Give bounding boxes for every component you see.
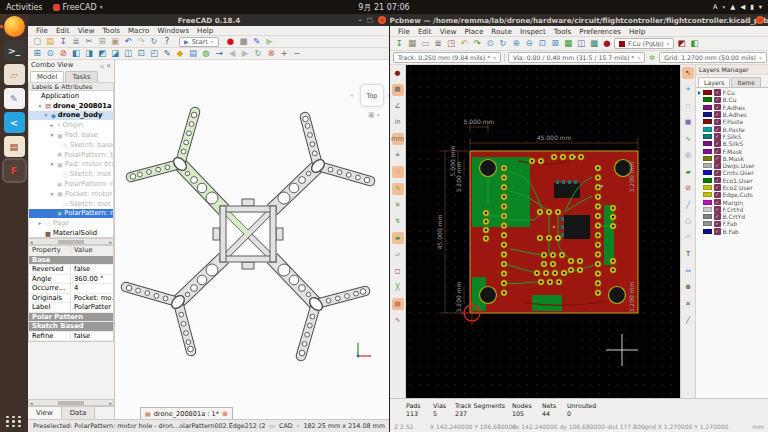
layer-color-swatch[interactable] — [703, 105, 712, 110]
macro-edit-icon[interactable]: ✎ — [251, 36, 263, 48]
layer-row[interactable]: ✓ Eco2.User — [696, 184, 768, 191]
print-icon[interactable]: ≣ — [70, 36, 82, 48]
property-value[interactable]: 4 — [71, 284, 113, 292]
drone-arm-sw[interactable] — [126, 258, 224, 352]
layer-color-swatch[interactable] — [703, 185, 712, 190]
close-panel-icon[interactable]: ✕ — [106, 62, 111, 69]
highlight-net-icon[interactable]: + — [682, 84, 694, 96]
layer-row[interactable]: ✓ B.Mask — [696, 155, 768, 162]
menu-item[interactable]: File — [32, 26, 52, 35]
nav-back-icon[interactable]: ◀ — [226, 48, 238, 60]
expander-icon[interactable]: ▾ — [49, 161, 55, 167]
add-line-icon[interactable]: ╱ — [682, 199, 694, 211]
drone-center-frame[interactable] — [213, 199, 283, 269]
float-panel-icon[interactable]: ▫ — [100, 62, 104, 69]
layer-visibility-checkbox[interactable]: ✓ — [714, 148, 721, 155]
tab-view[interactable]: View — [28, 407, 62, 419]
save-board-icon[interactable]: ↧ — [393, 38, 405, 50]
layer-visibility-checkbox[interactable]: ✓ — [714, 126, 721, 133]
drone-arm-ne[interactable] — [272, 116, 370, 210]
tree-item[interactable]: ▾ ◆ drone_body — [29, 111, 113, 121]
navcube-menu-icon[interactable]: ▣ — [368, 111, 375, 119]
zones-outline-icon[interactable]: ▱ — [392, 249, 404, 261]
expander-icon[interactable]: ▾ — [49, 132, 55, 138]
dock-files[interactable]: ▱ — [4, 64, 25, 85]
zoom-in-icon[interactable]: + — [278, 48, 290, 60]
layer-color-swatch[interactable] — [703, 141, 712, 146]
layer-visibility-checkbox[interactable]: ✓ — [714, 111, 721, 118]
menu-item[interactable]: Edit — [414, 27, 436, 36]
menu-item[interactable]: View — [74, 26, 99, 35]
layer-visibility-checkbox[interactable]: ✓ — [714, 104, 721, 111]
sync-view-icon[interactable]: ↻ — [252, 48, 264, 60]
redo-icon[interactable]: ↷ — [135, 36, 147, 48]
layer-color-swatch[interactable] — [703, 156, 712, 161]
tab-items[interactable]: Items — [731, 77, 760, 87]
layer-color-swatch[interactable] — [703, 97, 712, 102]
plot-icon[interactable]: ◳ — [445, 38, 457, 50]
layer-row[interactable]: ✓ F.CrtYd — [696, 206, 768, 213]
layer-color-swatch[interactable] — [703, 214, 712, 219]
dock-firefox[interactable] — [4, 16, 25, 37]
layer-color-swatch[interactable] — [703, 192, 712, 197]
menu-item[interactable]: Tools — [550, 27, 575, 36]
draw-style-icon[interactable]: ⊘ — [57, 48, 69, 60]
drone-arm-nw-preselected[interactable] — [130, 112, 224, 210]
layer-color-swatch[interactable] — [703, 200, 712, 205]
web-nav-icon[interactable]: ◍ — [200, 48, 212, 60]
dock-kicad[interactable]: ▤ — [4, 136, 25, 157]
wifi-icon[interactable]: ▲ — [730, 3, 735, 11]
menu-item[interactable]: Place — [460, 27, 487, 36]
layer-visibility-checkbox[interactable]: ✓ — [714, 221, 721, 228]
delete-tool-icon[interactable]: ✕ — [682, 298, 694, 310]
layer-visibility-checkbox[interactable]: ✓ — [714, 119, 721, 126]
dock-freecad[interactable]: F — [4, 160, 25, 181]
property-value[interactable]: Pocket: mo. — [71, 294, 113, 302]
expander-icon[interactable]: ▾ — [43, 112, 49, 118]
ratsnest-icon[interactable]: ∷ — [392, 166, 404, 178]
top-view-icon[interactable]: ◩ — [96, 48, 108, 60]
layer-visibility-checkbox[interactable]: ✓ — [714, 155, 721, 162]
layer-row[interactable]: ✓ B.Adhes — [696, 111, 768, 118]
layer-color-swatch[interactable] — [703, 149, 712, 154]
workbench-selector[interactable]: ▶ Start ▾ — [179, 37, 219, 47]
paste-icon[interactable]: ▣ — [109, 36, 121, 48]
zoom-out-icon[interactable]: ⊖ — [523, 38, 535, 50]
layer-row[interactable]: ✓ Cmts.User — [696, 169, 768, 176]
add-via-icon[interactable]: ◎ — [682, 150, 694, 162]
property-row[interactable]: Originals Pocket: mo. — [29, 294, 113, 304]
layer-selector[interactable]: F.Cu (PgUp) ▾ — [614, 38, 674, 49]
document-tab[interactable]: ▤ drone_200801a : 1* ⊗ — [140, 407, 233, 419]
input-method-indicator[interactable]: A — [713, 3, 717, 11]
maximize-button[interactable]: ▢ — [745, 16, 751, 24]
activities-button[interactable]: Activities — [6, 3, 43, 12]
tree-item[interactable]: ▸ ⌖ Origin — [29, 120, 113, 130]
pcb-canvas[interactable]: 45.000 mm 5.000 mm 45.000 mm 5.000 mm 3.… — [406, 65, 680, 398]
layer-color-swatch[interactable] — [703, 112, 712, 117]
layer-visibility-checkbox[interactable]: ✓ — [714, 140, 721, 147]
dock-vscode[interactable]: < — [4, 112, 25, 133]
expander-icon[interactable]: ▸ — [37, 220, 43, 226]
dock-terminal[interactable]: >_ — [4, 40, 25, 61]
part-icon[interactable]: ◆ — [174, 48, 186, 60]
property-h-scrollbar[interactable]: ◂ ▸ — [28, 399, 114, 406]
system-tray[interactable]: A ▾ ▲◀▮▾ — [713, 3, 762, 11]
layer-color-swatch[interactable] — [703, 127, 712, 132]
tab-layers[interactable]: Layers — [698, 77, 730, 87]
layer-visibility-checkbox[interactable]: ✓ — [714, 192, 721, 199]
save-icon[interactable]: ↧ — [57, 36, 69, 48]
undo-icon[interactable]: ↶ — [458, 38, 470, 50]
close-view-icon[interactable]: ⊗ — [265, 48, 277, 60]
page-settings-icon[interactable]: ▭ — [419, 38, 431, 50]
right-view-icon[interactable]: ◪ — [109, 48, 121, 60]
menu-item[interactable]: Help — [193, 26, 217, 35]
navigation-cube[interactable]: Top — [360, 84, 384, 107]
layer-color-swatch[interactable] — [703, 221, 712, 226]
layer-row[interactable]: ✓ Eco1.User — [696, 177, 768, 184]
property-row[interactable]: Label PolarPatter — [29, 303, 113, 313]
group-icon[interactable]: ▤ — [187, 48, 199, 60]
cut-icon[interactable]: ✂ — [83, 36, 95, 48]
macro-play-icon[interactable]: ▶ — [264, 36, 276, 48]
menu-item[interactable]: Inspect — [516, 27, 550, 36]
clock[interactable]: 9月 21 07:06 — [358, 2, 409, 13]
